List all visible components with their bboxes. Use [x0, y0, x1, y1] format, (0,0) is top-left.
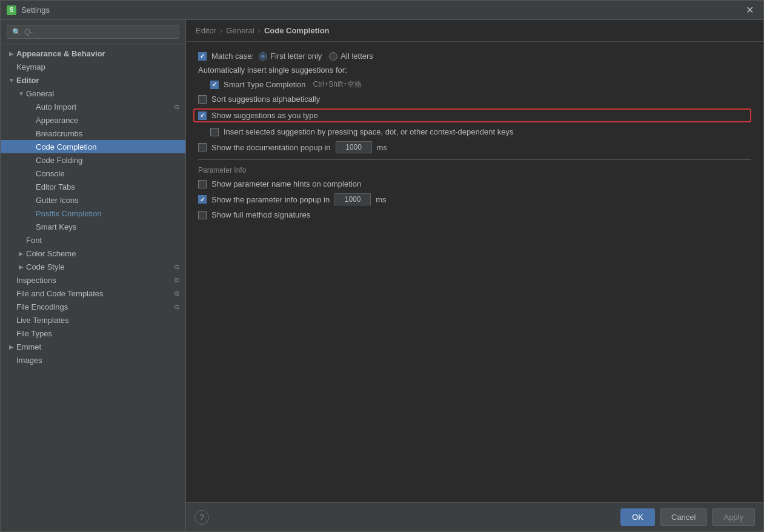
sidebar-item-file-encodings[interactable]: File Encodings ⧉	[1, 300, 185, 313]
expand-icon	[16, 262, 26, 271]
sidebar-item-live-templates[interactable]: Live Templates	[1, 313, 185, 327]
expand-icon	[7, 75, 16, 85]
expand-icon	[7, 342, 16, 351]
window-title: Settings	[21, 5, 742, 15]
param-popup-value[interactable]	[334, 193, 371, 205]
sidebar-item-gutter-icons[interactable]: Gutter Icons	[1, 193, 185, 207]
sidebar-item-code-style[interactable]: Code Style ⧉	[1, 260, 185, 273]
breadcrumb: Editor › General › Code Completion	[186, 20, 763, 42]
show-as-you-type-row: Show suggestions as you type	[193, 108, 751, 122]
title-bar: S Settings ✕	[1, 1, 763, 20]
leaf-icon	[7, 275, 16, 285]
leaf-icon	[26, 142, 36, 151]
sidebar-item-appearance[interactable]: Appearance	[1, 113, 185, 127]
footer-buttons: OK Cancel Apply	[620, 508, 755, 526]
leaf-icon	[7, 62, 16, 71]
sidebar-item-console[interactable]: Console	[1, 167, 185, 180]
sidebar-item-font[interactable]: Font	[1, 233, 185, 247]
settings-panel: Match case: First letter only All letter…	[186, 42, 763, 502]
sort-alpha-row: Sort suggestions alphabetically	[198, 95, 751, 104]
leaf-icon	[26, 208, 36, 218]
app-icon: S	[7, 5, 16, 15]
radio-first-letter[interactable]: First letter only	[259, 52, 322, 61]
sidebar-item-auto-import[interactable]: Auto Import ⧉	[1, 100, 185, 113]
doc-popup-row: Show the documentation popup in ms	[198, 141, 751, 153]
leaf-icon	[26, 115, 36, 125]
sidebar-item-file-types[interactable]: File Types	[1, 327, 185, 340]
sidebar-item-editor-tabs[interactable]: Editor Tabs	[1, 180, 185, 193]
sidebar-item-file-code-templates[interactable]: File and Code Templates ⧉	[1, 287, 185, 300]
leaf-icon	[7, 302, 16, 311]
full-signatures-checkbox[interactable]	[198, 211, 207, 219]
leaf-icon	[16, 235, 26, 245]
sidebar-item-editor[interactable]: Editor	[1, 73, 185, 87]
insert-by-space-row: Insert selected suggestion by pressing s…	[210, 127, 751, 136]
insert-by-space-checkbox[interactable]	[210, 128, 219, 136]
name-hints-row: Show parameter name hints on completion	[198, 179, 751, 188]
smart-type-row: Smart Type Completion Ctrl+Shift+空格	[210, 79, 751, 90]
sidebar-item-postfix-completion[interactable]: Postfix Completion	[1, 207, 185, 220]
param-popup-row: Show the parameter info popup in ms	[198, 193, 751, 205]
sidebar-item-appearance-behavior[interactable]: Appearance & Behavior	[1, 47, 185, 60]
leaf-icon	[26, 128, 36, 138]
leaf-icon	[26, 222, 36, 231]
param-popup-checkbox[interactable]	[198, 195, 207, 204]
main-content: 🔍 Appearance & Behavior Keymap	[1, 20, 763, 531]
smart-type-checkbox[interactable]	[210, 81, 219, 89]
radio-group-match: First letter only All letters	[259, 52, 373, 61]
settings-window: S Settings ✕ 🔍 Appearance & Behavior	[0, 0, 764, 532]
sort-alpha-checkbox[interactable]	[198, 95, 207, 104]
copy-icon: ⧉	[172, 275, 182, 285]
leaf-icon	[7, 328, 16, 338]
leaf-icon	[26, 182, 36, 191]
footer: ? OK Cancel Apply	[186, 502, 763, 531]
expand-icon	[16, 88, 26, 98]
search-bar: 🔍	[1, 20, 185, 44]
match-case-checkbox[interactable]	[198, 52, 207, 61]
sidebar: 🔍 Appearance & Behavior Keymap	[1, 20, 186, 531]
sidebar-item-general[interactable]: General	[1, 87, 185, 100]
apply-button[interactable]: Apply	[712, 508, 755, 526]
sidebar-item-emmet[interactable]: Emmet	[1, 340, 185, 353]
copy-icon: ⧉	[172, 288, 182, 298]
leaf-icon	[26, 168, 36, 178]
full-signatures-row: Show full method signatures	[198, 210, 751, 219]
radio-first-letter-circle	[259, 52, 267, 61]
sidebar-item-keymap[interactable]: Keymap	[1, 60, 185, 73]
copy-icon: ⧉	[172, 302, 182, 311]
search-wrapper[interactable]: 🔍	[7, 25, 179, 39]
content-area: Editor › General › Code Completion Match…	[186, 20, 763, 531]
radio-all-letters-circle	[329, 52, 337, 61]
doc-popup-value[interactable]	[336, 141, 372, 153]
leaf-icon	[7, 315, 16, 325]
name-hints-checkbox[interactable]	[198, 180, 207, 188]
search-input[interactable]	[24, 27, 174, 36]
copy-icon: ⧉	[172, 102, 182, 111]
cancel-button[interactable]: Cancel	[660, 508, 707, 526]
param-info-section-label: Parameter Info	[198, 166, 751, 175]
auto-insert-label-row: Automatically insert single suggestions …	[198, 65, 751, 75]
sidebar-item-color-scheme[interactable]: Color Scheme	[1, 247, 185, 260]
tree-container: Appearance & Behavior Keymap Editor Gene…	[1, 44, 185, 531]
sidebar-item-inspections[interactable]: Inspections ⧉	[1, 273, 185, 287]
ok-button[interactable]: OK	[620, 508, 655, 526]
help-button[interactable]: ?	[194, 510, 209, 525]
leaf-icon	[26, 155, 36, 165]
leaf-icon	[7, 355, 16, 365]
show-as-you-type-checkbox[interactable]	[198, 111, 207, 120]
leaf-icon	[26, 102, 36, 111]
sidebar-item-smart-keys[interactable]: Smart Keys	[1, 220, 185, 233]
sidebar-item-breadcrumbs[interactable]: Breadcrumbs	[1, 127, 185, 140]
search-icon: 🔍	[12, 28, 21, 36]
section-separator	[198, 159, 751, 160]
doc-popup-checkbox[interactable]	[198, 143, 207, 151]
sidebar-item-code-folding[interactable]: Code Folding	[1, 153, 185, 167]
expand-icon	[7, 48, 16, 58]
close-button[interactable]: ✕	[742, 3, 757, 17]
sidebar-item-code-completion[interactable]: Code Completion	[1, 140, 185, 153]
radio-all-letters[interactable]: All letters	[329, 52, 373, 61]
copy-icon: ⧉	[172, 262, 182, 271]
leaf-icon	[7, 288, 16, 298]
sidebar-item-images[interactable]: Images	[1, 353, 185, 367]
leaf-icon	[26, 195, 36, 205]
